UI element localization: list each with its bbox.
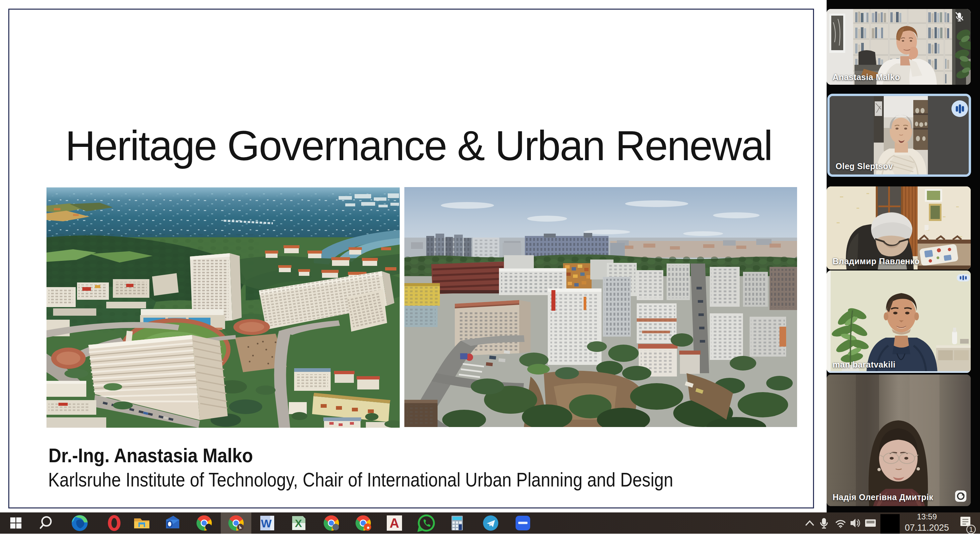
svg-text:W: W: [261, 517, 272, 530]
svg-text:X: X: [295, 517, 302, 529]
svg-text:A: A: [390, 516, 399, 530]
svg-text:1: 1: [969, 525, 973, 534]
svg-text:13:59: 13:59: [917, 512, 937, 521]
svg-text:07.11.2025: 07.11.2025: [905, 523, 949, 533]
